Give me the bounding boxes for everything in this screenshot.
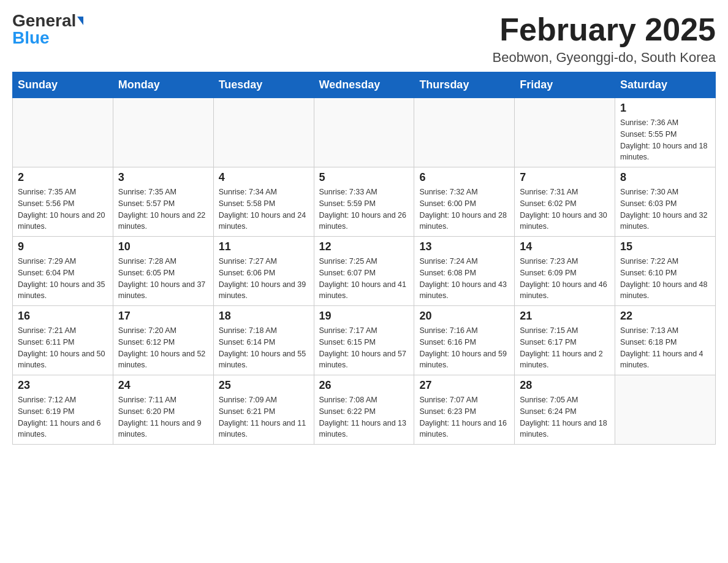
day-number: 7	[520, 171, 610, 184]
day-info: Sunrise: 7:35 AMSunset: 5:57 PMDaylight:…	[118, 186, 208, 232]
day-number: 9	[18, 240, 108, 253]
day-info: Sunrise: 7:23 AMSunset: 6:09 PMDaylight:…	[520, 256, 610, 302]
day-info: Sunrise: 7:20 AMSunset: 6:12 PMDaylight:…	[118, 325, 208, 371]
calendar-day-cell: 27Sunrise: 7:07 AMSunset: 6:23 PMDayligh…	[414, 375, 515, 445]
calendar-day-cell: 6Sunrise: 7:32 AMSunset: 6:00 PMDaylight…	[414, 167, 515, 237]
day-number: 27	[419, 379, 509, 392]
day-info: Sunrise: 7:33 AMSunset: 5:59 PMDaylight:…	[319, 186, 409, 232]
calendar-day-cell: 28Sunrise: 7:05 AMSunset: 6:24 PMDayligh…	[515, 375, 615, 445]
day-info: Sunrise: 7:12 AMSunset: 6:19 PMDaylight:…	[18, 394, 108, 440]
calendar-day-cell	[213, 98, 314, 167]
calendar-day-cell: 8Sunrise: 7:30 AMSunset: 6:03 PMDaylight…	[615, 167, 716, 237]
calendar-day-cell: 25Sunrise: 7:09 AMSunset: 6:21 PMDayligh…	[213, 375, 314, 445]
calendar-day-cell: 12Sunrise: 7:25 AMSunset: 6:07 PMDayligh…	[314, 237, 414, 306]
day-info: Sunrise: 7:16 AMSunset: 6:16 PMDaylight:…	[419, 325, 509, 371]
day-number: 15	[620, 240, 710, 253]
day-number: 28	[520, 379, 610, 392]
day-number: 10	[118, 240, 208, 253]
day-info: Sunrise: 7:25 AMSunset: 6:07 PMDaylight:…	[319, 256, 409, 302]
day-number: 18	[219, 310, 309, 323]
day-info: Sunrise: 7:05 AMSunset: 6:24 PMDaylight:…	[520, 394, 610, 440]
day-info: Sunrise: 7:36 AMSunset: 5:55 PMDaylight:…	[620, 117, 710, 163]
day-number: 25	[219, 379, 309, 392]
day-info: Sunrise: 7:21 AMSunset: 6:11 PMDaylight:…	[18, 325, 108, 371]
day-info: Sunrise: 7:32 AMSunset: 6:00 PMDaylight:…	[419, 186, 509, 232]
calendar-day-cell: 11Sunrise: 7:27 AMSunset: 6:06 PMDayligh…	[213, 237, 314, 306]
day-number: 1	[620, 102, 710, 115]
calendar-day-cell: 19Sunrise: 7:17 AMSunset: 6:15 PMDayligh…	[314, 306, 414, 375]
calendar-day-cell: 21Sunrise: 7:15 AMSunset: 6:17 PMDayligh…	[515, 306, 615, 375]
day-info: Sunrise: 7:08 AMSunset: 6:22 PMDaylight:…	[319, 394, 409, 440]
logo: General Blue	[12, 12, 83, 47]
day-info: Sunrise: 7:31 AMSunset: 6:02 PMDaylight:…	[520, 186, 610, 232]
calendar-day-cell	[414, 98, 515, 167]
day-info: Sunrise: 7:28 AMSunset: 6:05 PMDaylight:…	[118, 256, 208, 302]
calendar-day-cell: 22Sunrise: 7:13 AMSunset: 6:18 PMDayligh…	[615, 306, 716, 375]
month-title: February 2025	[493, 12, 716, 47]
day-info: Sunrise: 7:18 AMSunset: 6:14 PMDaylight:…	[219, 325, 309, 371]
day-of-week-header: Monday	[113, 72, 213, 98]
day-info: Sunrise: 7:11 AMSunset: 6:20 PMDaylight:…	[118, 394, 208, 440]
calendar-table: SundayMondayTuesdayWednesdayThursdayFrid…	[12, 72, 716, 445]
logo-general-text: General	[12, 12, 76, 29]
calendar-day-cell: 26Sunrise: 7:08 AMSunset: 6:22 PMDayligh…	[314, 375, 414, 445]
day-of-week-header: Friday	[515, 72, 615, 98]
calendar-day-cell	[113, 98, 213, 167]
calendar-week-row: 2Sunrise: 7:35 AMSunset: 5:56 PMDaylight…	[13, 167, 716, 237]
day-of-week-header: Tuesday	[213, 72, 314, 98]
day-number: 19	[319, 310, 409, 323]
calendar-day-cell: 9Sunrise: 7:29 AMSunset: 6:04 PMDaylight…	[13, 237, 113, 306]
calendar-day-cell: 2Sunrise: 7:35 AMSunset: 5:56 PMDaylight…	[13, 167, 113, 237]
calendar-day-cell: 16Sunrise: 7:21 AMSunset: 6:11 PMDayligh…	[13, 306, 113, 375]
day-info: Sunrise: 7:15 AMSunset: 6:17 PMDaylight:…	[520, 325, 610, 371]
calendar-day-cell: 5Sunrise: 7:33 AMSunset: 5:59 PMDaylight…	[314, 167, 414, 237]
calendar-week-row: 16Sunrise: 7:21 AMSunset: 6:11 PMDayligh…	[13, 306, 716, 375]
day-number: 14	[520, 240, 610, 253]
calendar-day-cell	[314, 98, 414, 167]
calendar-day-cell: 3Sunrise: 7:35 AMSunset: 5:57 PMDaylight…	[113, 167, 213, 237]
day-number: 21	[520, 310, 610, 323]
calendar-day-cell	[615, 375, 716, 445]
day-number: 4	[219, 171, 309, 184]
day-number: 3	[118, 171, 208, 184]
day-number: 23	[18, 379, 108, 392]
calendar-day-cell: 15Sunrise: 7:22 AMSunset: 6:10 PMDayligh…	[615, 237, 716, 306]
logo-blue-text: Blue	[12, 29, 50, 47]
calendar-day-cell	[515, 98, 615, 167]
day-number: 6	[419, 171, 509, 184]
day-info: Sunrise: 7:13 AMSunset: 6:18 PMDaylight:…	[620, 325, 710, 371]
calendar-day-cell: 10Sunrise: 7:28 AMSunset: 6:05 PMDayligh…	[113, 237, 213, 306]
calendar-day-cell: 14Sunrise: 7:23 AMSunset: 6:09 PMDayligh…	[515, 237, 615, 306]
day-info: Sunrise: 7:34 AMSunset: 5:58 PMDaylight:…	[219, 186, 309, 232]
day-number: 24	[118, 379, 208, 392]
logo-arrow-icon	[77, 17, 83, 25]
day-number: 16	[18, 310, 108, 323]
day-number: 22	[620, 310, 710, 323]
day-of-week-header: Wednesday	[314, 72, 414, 98]
calendar-day-cell: 20Sunrise: 7:16 AMSunset: 6:16 PMDayligh…	[414, 306, 515, 375]
calendar-day-cell: 18Sunrise: 7:18 AMSunset: 6:14 PMDayligh…	[213, 306, 314, 375]
day-of-week-header: Saturday	[615, 72, 716, 98]
calendar-week-row: 23Sunrise: 7:12 AMSunset: 6:19 PMDayligh…	[13, 375, 716, 445]
day-number: 26	[319, 379, 409, 392]
calendar-day-cell: 7Sunrise: 7:31 AMSunset: 6:02 PMDaylight…	[515, 167, 615, 237]
day-number: 12	[319, 240, 409, 253]
day-number: 8	[620, 171, 710, 184]
day-of-week-header: Sunday	[13, 72, 113, 98]
location-title: Beobwon, Gyeonggi-do, South Korea	[493, 50, 716, 66]
calendar-day-cell: 4Sunrise: 7:34 AMSunset: 5:58 PMDaylight…	[213, 167, 314, 237]
day-number: 20	[419, 310, 509, 323]
calendar-day-cell: 24Sunrise: 7:11 AMSunset: 6:20 PMDayligh…	[113, 375, 213, 445]
calendar-week-row: 1Sunrise: 7:36 AMSunset: 5:55 PMDaylight…	[13, 98, 716, 167]
calendar-day-cell	[13, 98, 113, 167]
day-info: Sunrise: 7:27 AMSunset: 6:06 PMDaylight:…	[219, 256, 309, 302]
day-info: Sunrise: 7:29 AMSunset: 6:04 PMDaylight:…	[18, 256, 108, 302]
day-info: Sunrise: 7:22 AMSunset: 6:10 PMDaylight:…	[620, 256, 710, 302]
day-info: Sunrise: 7:09 AMSunset: 6:21 PMDaylight:…	[219, 394, 309, 440]
day-info: Sunrise: 7:07 AMSunset: 6:23 PMDaylight:…	[419, 394, 509, 440]
day-number: 2	[18, 171, 108, 184]
day-info: Sunrise: 7:30 AMSunset: 6:03 PMDaylight:…	[620, 186, 710, 232]
page-header: General Blue February 2025 Beobwon, Gyeo…	[12, 12, 716, 66]
day-info: Sunrise: 7:17 AMSunset: 6:15 PMDaylight:…	[319, 325, 409, 371]
calendar-day-cell: 1Sunrise: 7:36 AMSunset: 5:55 PMDaylight…	[615, 98, 716, 167]
